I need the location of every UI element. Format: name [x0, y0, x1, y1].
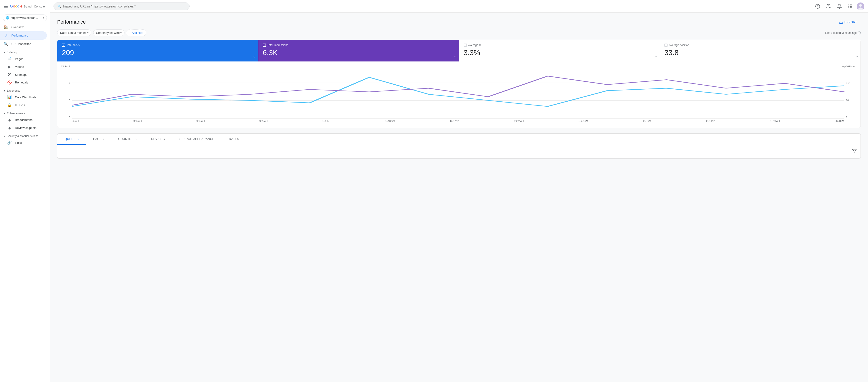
section-label: Indexing — [7, 51, 17, 54]
chart-area: Clicks Impressions 9 6 3 0 180 120 60 0 — [61, 65, 855, 124]
sidebar-item-url-inspection[interactable]: 🔍 URL inspection — [0, 40, 47, 48]
last-updated: Last updated: 3 hours ago — [825, 31, 861, 34]
x-label: 10/31/24 — [579, 120, 588, 124]
sidebar-item-label: Performance — [11, 34, 28, 37]
sidebar-item-removals[interactable]: 🚫 Removals — [0, 79, 47, 86]
add-filter-label: + Add filter — [129, 31, 143, 34]
site-selector[interactable]: 🌐 https://www.search... ▾ — [3, 14, 47, 21]
section-header-indexing[interactable]: ▾ Indexing — [0, 48, 50, 55]
search-box[interactable]: 🔍 — [54, 2, 190, 10]
tabs-row: QUERIES PAGES COUNTRIES DEVICES SEARCH A… — [57, 134, 861, 145]
tab-dates[interactable]: DATES — [221, 134, 246, 145]
metric-label-text: Total clicks — [66, 43, 80, 47]
chevron-down-icon: ▾ — [4, 51, 5, 54]
avatar[interactable] — [857, 2, 864, 10]
x-label: 10/17/24 — [450, 120, 459, 124]
links-icon: 🔗 — [7, 141, 12, 145]
cwv-icon: 📊 — [7, 95, 12, 99]
svg-rect-10 — [850, 7, 851, 8]
help-icon: ? — [253, 55, 255, 59]
sidebar-item-breadcrumbs[interactable]: ◆ Breadcrumbs — [0, 116, 47, 124]
people-icon[interactable] — [824, 2, 833, 11]
sidebar-item-sitemaps[interactable]: 🗺 Sitemaps — [0, 71, 47, 79]
logo-area: Google Search Console — [10, 4, 45, 9]
sidebar-item-label: Links — [15, 141, 22, 145]
sitemaps-icon: 🗺 — [7, 72, 12, 77]
search-icon: 🔍 — [57, 4, 61, 8]
metric-card-total-clicks[interactable]: ✓ Total clicks 209 ? — [57, 40, 258, 61]
svg-rect-7 — [850, 6, 851, 7]
chart-icon: ↗ — [4, 33, 8, 38]
tab-devices[interactable]: DEVICES — [144, 134, 172, 145]
x-label: 10/3/24 — [322, 120, 331, 124]
add-filter-button[interactable]: + Add filter — [126, 29, 146, 36]
tab-queries[interactable]: QUERIES — [57, 134, 86, 145]
section-header-security[interactable]: ▸ Security & Manual Actions — [0, 132, 50, 139]
hamburger-icon[interactable] — [4, 5, 8, 8]
filter-chip-label: Search type: Web — [96, 31, 120, 34]
section-label: Enhancements — [7, 112, 25, 115]
topbar: 🔍 — [50, 0, 868, 13]
tab-content — [57, 145, 861, 158]
chevron-right-icon: ▸ — [4, 135, 5, 138]
metric-label: ✓ Total clicks — [62, 43, 253, 47]
x-label: 11/21/24 — [770, 120, 780, 124]
metric-card-average-position[interactable]: Average position 33.8 ? — [660, 40, 861, 61]
chevron-down-icon: ▾ — [4, 89, 5, 92]
sidebar-item-performance[interactable]: ↗ Performance — [0, 31, 47, 40]
sidebar-item-pages[interactable]: 📄 Pages — [0, 55, 47, 63]
help-button[interactable] — [813, 2, 822, 11]
checkbox-icon: ✓ — [263, 43, 266, 47]
x-label: 9/26/24 — [259, 120, 268, 124]
x-labels: 9/5/24 9/12/24 9/19/24 9/26/24 10/3/24 1… — [72, 120, 844, 124]
filter-icon[interactable] — [852, 149, 857, 155]
section-header-enhancements[interactable]: ▾ Enhancements — [0, 109, 50, 116]
x-label: 9/5/24 — [72, 120, 79, 124]
site-selector-text: https://www.search... — [11, 16, 41, 20]
svg-rect-4 — [850, 4, 851, 5]
metric-value: 209 — [62, 49, 253, 57]
review-icon: ◆ — [7, 126, 12, 130]
sidebar-item-label: Pages — [15, 57, 23, 61]
sidebar-header: Google Search Console — [0, 0, 50, 13]
svg-point-13 — [859, 4, 862, 7]
sidebar-item-links[interactable]: 🔗 Links — [0, 139, 47, 147]
date-filter-chip[interactable]: Date: Last 3 months ▾ — [57, 29, 91, 36]
home-icon: 🏠 — [4, 25, 8, 29]
sidebar-item-label: Breadcrumbs — [15, 118, 32, 122]
chevron-down-icon: ▾ — [120, 32, 122, 34]
metric-label-text: Average CTR — [468, 43, 485, 47]
metric-card-total-impressions[interactable]: ✓ Total impressions 6.3K ? — [258, 40, 459, 61]
metric-label: Average position — [664, 43, 856, 47]
sidebar-item-overview[interactable]: 🏠 Overview — [0, 23, 47, 31]
section-header-experience[interactable]: ▾ Experience — [0, 86, 50, 93]
breadcrumbs-icon: ◆ — [7, 118, 12, 122]
x-label: 11/28/24 — [834, 120, 844, 124]
tab-pages[interactable]: PAGES — [86, 134, 111, 145]
help-icon: ? — [856, 55, 858, 59]
checkbox-icon — [664, 43, 668, 47]
grid-icon[interactable] — [846, 2, 855, 11]
filter-chip-label: Date: Last 3 months — [60, 31, 86, 34]
metric-card-average-ctr[interactable]: Average CTR 3.3% ? — [459, 40, 660, 61]
y-label: 3 — [61, 99, 70, 101]
sidebar-item-core-web-vitals[interactable]: 📊 Core Web Vitals — [0, 93, 47, 101]
svg-rect-9 — [848, 7, 849, 8]
tab-countries[interactable]: COUNTRIES — [111, 134, 144, 145]
pages-icon: 📄 — [7, 57, 12, 61]
bell-icon[interactable] — [835, 2, 844, 11]
search-type-filter-chip[interactable]: Search type: Web ▾ — [93, 29, 124, 36]
sidebar-item-https[interactable]: 🔒 HTTPS — [0, 101, 47, 109]
search-input[interactable] — [63, 4, 186, 8]
sidebar-item-videos[interactable]: ▶ Videos — [0, 63, 47, 71]
sidebar-item-review-snippets[interactable]: ◆ Review snippets — [0, 124, 47, 132]
google-logo: Google — [10, 4, 23, 9]
export-button[interactable]: EXPORT — [835, 18, 861, 26]
page-title: Performance — [57, 19, 86, 25]
chart-svg — [72, 65, 844, 119]
metric-label: Average CTR — [464, 43, 655, 47]
tab-search-appearance[interactable]: SEARCH APPEARANCE — [172, 134, 221, 145]
removals-icon: 🚫 — [7, 80, 12, 85]
y-label: 180 — [846, 65, 855, 68]
y-label: 60 — [846, 99, 855, 101]
